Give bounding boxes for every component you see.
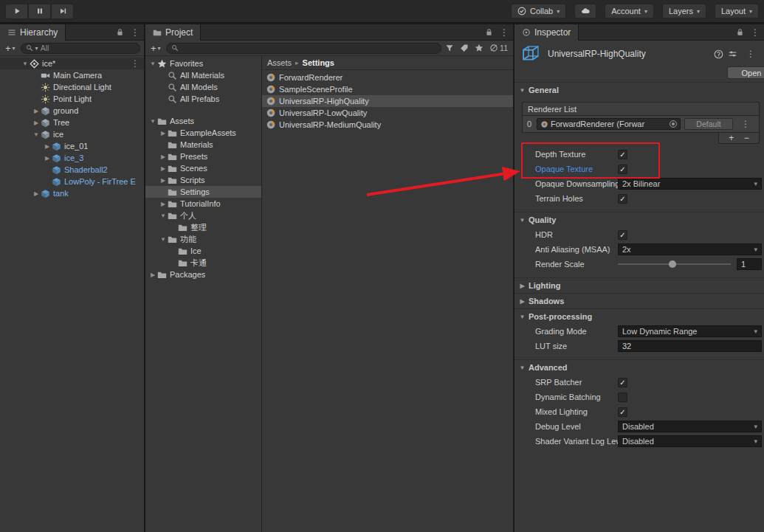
hierarchy-item-lowpoly-firtree-e[interactable]: LowPoly - FirTree E: [0, 176, 144, 187]
dropdown[interactable]: Disabled▾: [618, 435, 762, 447]
slider-track[interactable]: [618, 258, 731, 270]
file-universalrp-highquality[interactable]: UniversalRP-HighQuality: [262, 95, 513, 107]
hierarchy-item-main-camera[interactable]: Main Camera: [0, 69, 144, 81]
foldout-arrow[interactable]: ▶: [159, 177, 168, 184]
presets-icon[interactable]: [728, 49, 737, 59]
foldout-arrow[interactable]: ▶: [32, 190, 41, 197]
account-dropdown[interactable]: Account ▾: [605, 4, 654, 18]
add-renderer-button[interactable]: +: [729, 134, 734, 142]
search-by-type-icon[interactable]: [445, 44, 454, 52]
create-button[interactable]: +▾: [4, 43, 17, 54]
hierarchy-item-ice[interactable]: ▼ice: [0, 128, 144, 140]
text-field[interactable]: 32: [618, 340, 762, 352]
set-default-button[interactable]: Default: [684, 118, 733, 130]
lock-icon[interactable]: [116, 28, 124, 36]
slider-value-field[interactable]: 1: [737, 258, 762, 270]
foldout-arrow[interactable]: ▼: [148, 61, 157, 67]
section-advanced[interactable]: ▼Advanced: [515, 359, 764, 375]
project-folder-scripts[interactable]: ▶Scripts: [145, 174, 261, 186]
inspector-menu-icon[interactable]: ⋮: [742, 49, 760, 59]
project-folder-materials[interactable]: Materials: [145, 139, 261, 151]
foldout-arrow[interactable]: ▼: [21, 61, 30, 67]
play-button[interactable]: [5, 4, 28, 19]
foldout-arrow[interactable]: ▶: [159, 130, 168, 137]
file-universalrp-mediumquality[interactable]: UniversalRP-MediumQuality: [262, 119, 513, 131]
project-folder-all-models[interactable]: All Models: [145, 81, 261, 93]
project-folder-presets[interactable]: ▶Presets: [145, 151, 261, 162]
breadcrumb-root[interactable]: Assets: [267, 58, 292, 67]
breadcrumb-current[interactable]: Settings: [303, 58, 334, 67]
hierarchy-item-ground[interactable]: ▶ground: [0, 105, 144, 117]
lock-icon[interactable]: [736, 28, 744, 36]
foldout-arrow[interactable]: ▼: [32, 131, 41, 138]
tab-inspector[interactable]: Inspector: [515, 24, 579, 41]
file-samplesceneprofile[interactable]: SampleSceneProfile: [262, 83, 513, 95]
section-post-processing[interactable]: ▼Post-processing: [515, 308, 764, 324]
open-button[interactable]: Open: [727, 66, 764, 79]
checkbox[interactable]: [618, 393, 627, 402]
foldout-arrow[interactable]: ▶: [32, 120, 41, 126]
foldout-arrow[interactable]: ▼: [159, 213, 168, 219]
layers-dropdown[interactable]: Layers ▾: [662, 4, 706, 18]
tab-project[interactable]: Project: [145, 24, 201, 41]
foldout-arrow[interactable]: ▶: [159, 201, 168, 207]
layout-dropdown[interactable]: Layout ▾: [715, 4, 759, 18]
project-folder-packages[interactable]: ▶Packages: [145, 269, 261, 280]
slider-knob[interactable]: [669, 260, 676, 268]
search-by-label-icon[interactable]: [460, 44, 469, 52]
project-folder-scenes[interactable]: ▶Scenes: [145, 162, 261, 174]
panel-menu-icon[interactable]: ⋮: [746, 27, 764, 38]
project-folder-assets[interactable]: ▼Assets: [145, 115, 261, 127]
step-button[interactable]: [51, 4, 74, 19]
checkbox[interactable]: ✓: [618, 407, 627, 417]
foldout-arrow[interactable]: ▶: [43, 155, 52, 162]
hidden-objects-toggle[interactable]: 11: [489, 44, 508, 52]
dropdown[interactable]: Low Dynamic Range▾: [618, 325, 762, 337]
dropdown[interactable]: 2x Bilinear▾: [618, 178, 762, 190]
property-label[interactable]: Opaque Texture: [535, 165, 618, 173]
create-button[interactable]: +▾: [149, 43, 162, 54]
checkbox[interactable]: ✓: [618, 150, 627, 159]
foldout-arrow[interactable]: ▶: [32, 108, 41, 114]
project-folder-exampleassets[interactable]: ▶ExampleAssets: [145, 127, 261, 139]
tab-hierarchy[interactable]: Hierarchy: [0, 24, 66, 41]
remove-renderer-button[interactable]: −: [744, 134, 749, 142]
hierarchy-search-input[interactable]: ▾ All: [21, 43, 140, 54]
file-universalrp-lowquality[interactable]: UniversalRP-LowQuality: [262, 107, 513, 119]
favorites-star-icon[interactable]: [475, 44, 483, 52]
hierarchy-item-ice[interactable]: ▼ice*⋮: [0, 58, 144, 69]
foldout-arrow[interactable]: ▶: [43, 143, 52, 150]
checkbox[interactable]: ✓: [618, 165, 627, 174]
panel-menu-icon[interactable]: ⋮: [495, 27, 513, 38]
hierarchy-item-ice-01[interactable]: ▶ice_01: [0, 140, 144, 152]
project-folder-favorites[interactable]: ▼Favorites: [145, 58, 261, 69]
project-folder-settings[interactable]: Settings: [145, 186, 261, 198]
checkbox[interactable]: ✓: [618, 230, 627, 240]
section-quality[interactable]: ▼Quality: [515, 212, 764, 227]
hierarchy-item-directional-light[interactable]: Directional Light: [0, 81, 144, 93]
foldout-arrow[interactable]: ▼: [159, 236, 168, 243]
section-lighting[interactable]: ▶Lighting: [515, 277, 764, 293]
project-search-input[interactable]: [166, 43, 441, 54]
project-folder-all-prefabs[interactable]: All Prefabs: [145, 93, 261, 105]
section-shadows[interactable]: ▶Shadows: [515, 293, 764, 308]
hierarchy-item-tree[interactable]: ▶Tree: [0, 117, 144, 128]
panel-menu-icon[interactable]: ⋮: [126, 27, 144, 38]
cloud-button[interactable]: [574, 4, 596, 18]
hierarchy-item-tank[interactable]: ▶tank: [0, 187, 144, 199]
dropdown[interactable]: 2x▾: [618, 243, 762, 255]
renderer-menu-icon[interactable]: ⋮: [737, 119, 754, 129]
project-folder-item[interactable]: ▼个人: [145, 210, 261, 221]
project-folder-item[interactable]: ▼功能: [145, 233, 261, 245]
item-menu-icon[interactable]: ⋮: [126, 58, 144, 69]
project-folder-tutorialinfo[interactable]: ▶TutorialInfo: [145, 198, 261, 210]
hierarchy-item-ice-3[interactable]: ▶ice_3: [0, 152, 144, 164]
object-picker-icon[interactable]: [670, 120, 677, 128]
foldout-arrow[interactable]: ▶: [159, 153, 168, 160]
foldout-arrow[interactable]: ▶: [148, 272, 157, 278]
help-icon[interactable]: [714, 49, 723, 59]
project-folder-ice[interactable]: Ice: [145, 245, 261, 257]
foldout-arrow[interactable]: ▶: [159, 165, 168, 172]
project-folder-item[interactable]: 卡通: [145, 257, 261, 269]
hierarchy-item-shaderball2[interactable]: Shaderball2: [0, 164, 144, 176]
